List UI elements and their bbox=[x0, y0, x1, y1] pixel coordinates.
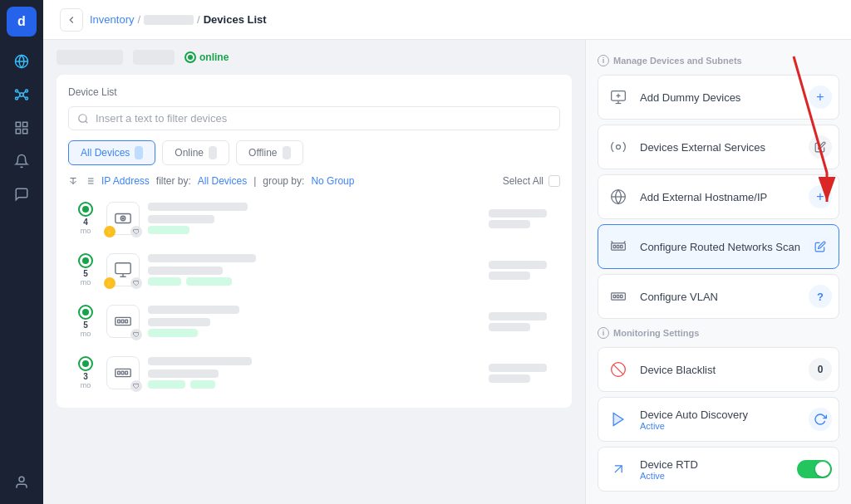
svg-line-9 bbox=[18, 95, 21, 98]
sidebar-item-grid[interactable] bbox=[7, 113, 37, 143]
online-dot bbox=[184, 51, 196, 63]
meta2 bbox=[489, 272, 530, 280]
sidebar-item-topology[interactable] bbox=[7, 80, 37, 110]
online-badge: online bbox=[184, 51, 229, 63]
filter-online-count bbox=[209, 146, 217, 159]
right-panel: i Manage Devices and Subnets Add Dummy D… bbox=[585, 40, 851, 504]
select-all-area: Select All bbox=[503, 175, 560, 187]
routed-networks-item[interactable]: Configure Routed Networks Scan bbox=[598, 224, 839, 269]
sidebar-item-globe[interactable] bbox=[7, 46, 37, 76]
routed-networks-button[interactable] bbox=[809, 235, 832, 258]
device-row[interactable]: 5 mo 🛡 bbox=[68, 298, 560, 345]
svg-point-4 bbox=[26, 90, 28, 92]
add-dummy-icon bbox=[605, 84, 632, 110]
svg-rect-57 bbox=[617, 295, 619, 297]
sort-filter-value[interactable]: All Devices bbox=[198, 175, 247, 187]
device-tags bbox=[148, 329, 480, 337]
configure-vlan-button[interactable]: ? bbox=[809, 285, 832, 308]
add-dummy-devices-item[interactable]: Add Dummy Devices + bbox=[598, 75, 839, 120]
svg-rect-34 bbox=[121, 320, 124, 323]
configure-vlan-item[interactable]: Configure VLAN ? bbox=[598, 274, 839, 319]
time-unit: mo bbox=[81, 381, 91, 389]
manage-title-text: Manage Devices and Subnets bbox=[613, 56, 742, 66]
breadcrumb: Inventory / / Devices List bbox=[90, 13, 267, 26]
time-unit: mo bbox=[81, 227, 91, 235]
device-meta bbox=[489, 364, 555, 383]
time-value: 3 bbox=[83, 373, 88, 381]
device-icon: 🛡 bbox=[106, 305, 140, 338]
device-rtd-sub: Active bbox=[640, 471, 789, 481]
add-hostname-label: Add External Hostname/IP bbox=[640, 191, 800, 203]
filter-all-label: All Devices bbox=[81, 147, 130, 159]
breadcrumb-current: Devices List bbox=[204, 13, 267, 26]
device-row[interactable]: 4 mo ⚡ 🛡 bbox=[68, 195, 560, 242]
svg-point-5 bbox=[16, 97, 18, 100]
svg-rect-56 bbox=[613, 295, 616, 297]
auto-discovery-item[interactable]: Device Auto Discovery Active bbox=[598, 397, 839, 442]
monitoring-title-text: Monitoring Settings bbox=[613, 328, 699, 338]
device-meta bbox=[489, 312, 555, 331]
sort-icon[interactable] bbox=[68, 176, 78, 186]
select-all-checkbox[interactable] bbox=[548, 175, 560, 187]
external-services-item[interactable]: Devices External Services bbox=[598, 125, 839, 169]
shield-badge: 🛡 bbox=[130, 277, 142, 289]
device-rtd-toggle[interactable] bbox=[797, 460, 832, 478]
device-name-blur bbox=[148, 254, 256, 262]
device-row[interactable]: 3 mo 🛡 bbox=[68, 350, 560, 396]
auto-discovery-sub: Active bbox=[640, 421, 800, 431]
back-button[interactable] bbox=[60, 8, 83, 32]
meta1 bbox=[489, 261, 547, 269]
add-dummy-button[interactable]: + bbox=[809, 86, 832, 109]
filter-tab-all[interactable]: All Devices bbox=[68, 140, 155, 165]
filter-tab-offline[interactable]: Offline bbox=[236, 140, 303, 165]
bolt-badge: ⚡ bbox=[104, 226, 116, 237]
device-icon: ⚡ 🛡 bbox=[106, 202, 140, 235]
device-meta bbox=[489, 209, 555, 228]
svg-marker-61 bbox=[613, 413, 623, 426]
device-name-blur bbox=[148, 357, 252, 365]
device-info-bar: online bbox=[57, 50, 572, 65]
svg-rect-58 bbox=[621, 295, 623, 297]
auto-discovery-label: Device Auto Discovery bbox=[640, 409, 800, 421]
sort-group-label: group by: bbox=[263, 175, 304, 187]
meta1 bbox=[489, 364, 547, 372]
device-blacklist-item[interactable]: Device Blacklist 0 bbox=[598, 347, 839, 392]
blacklist-button[interactable]: 0 bbox=[809, 358, 832, 381]
device-list-section: Device List Insert a text to filter devi… bbox=[57, 75, 572, 408]
add-hostname-item[interactable]: Add External Hostname/IP + bbox=[598, 174, 839, 219]
sort-ip-address[interactable]: IP Address bbox=[101, 175, 150, 187]
tag2 bbox=[186, 277, 232, 286]
configure-vlan-icon bbox=[605, 283, 632, 310]
app-logo: d bbox=[7, 7, 37, 37]
breadcrumb-inventory[interactable]: Inventory bbox=[90, 13, 134, 26]
topbar: Inventory / / Devices List bbox=[43, 0, 851, 40]
svg-point-16 bbox=[79, 114, 86, 121]
shield-badge: 🛡 bbox=[130, 380, 142, 392]
svg-rect-52 bbox=[621, 245, 623, 247]
device-rtd-item[interactable]: Device RTD Active bbox=[598, 447, 839, 492]
sidebar-item-user[interactable] bbox=[7, 467, 37, 497]
sort-group-value[interactable]: No Group bbox=[311, 175, 354, 187]
sidebar-item-chat[interactable] bbox=[7, 179, 37, 209]
device-row[interactable]: 5 mo ⚡ 🛡 bbox=[68, 247, 560, 293]
routed-networks-label: Configure Routed Networks Scan bbox=[640, 241, 800, 253]
list-icon[interactable] bbox=[85, 176, 95, 186]
add-hostname-button[interactable]: + bbox=[809, 185, 832, 208]
svg-rect-38 bbox=[121, 371, 124, 374]
device-ip-blur bbox=[148, 369, 219, 378]
svg-line-7 bbox=[18, 91, 21, 94]
external-services-button[interactable] bbox=[809, 135, 832, 159]
svg-rect-51 bbox=[617, 245, 619, 247]
meta1 bbox=[489, 209, 547, 218]
status-circle bbox=[78, 356, 93, 371]
svg-rect-29 bbox=[116, 263, 130, 274]
svg-line-8 bbox=[23, 91, 26, 94]
filter-tab-online[interactable]: Online bbox=[162, 140, 229, 165]
sidebar-item-bell[interactable] bbox=[7, 146, 37, 176]
sort-sep: | bbox=[253, 175, 256, 187]
device-meta bbox=[489, 261, 555, 280]
search-bar[interactable]: Insert a text to filter devices bbox=[68, 106, 560, 130]
time-value: 4 bbox=[83, 218, 88, 227]
auto-discovery-button[interactable] bbox=[809, 408, 832, 431]
status-circle bbox=[78, 253, 93, 268]
